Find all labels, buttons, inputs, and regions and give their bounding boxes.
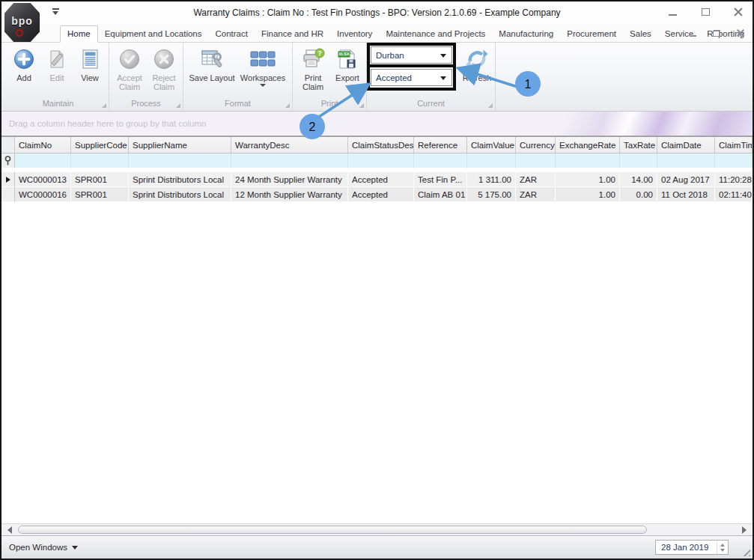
cell-currency[interactable]: ZAR <box>516 172 556 187</box>
export-button[interactable]: XLSX Export <box>330 45 365 82</box>
ribbon-toolbar: Add Edit View Maintain <box>1 43 753 112</box>
cell-claimdate[interactable]: 02 Aug 2017 <box>657 172 715 187</box>
scroll-right-icon[interactable] <box>742 526 747 534</box>
filter-cell[interactable] <box>516 153 556 168</box>
workspaces-button[interactable]: Workspaces <box>237 45 288 87</box>
maximize-button[interactable] <box>696 4 715 19</box>
cell-suppliername[interactable]: Sprint Distributors Local <box>129 172 231 187</box>
open-windows-button[interactable]: Open Windows <box>1 543 78 552</box>
date-spinner[interactable] <box>717 541 728 554</box>
cell-claimdate[interactable]: 11 Oct 2018 <box>657 187 715 202</box>
tab-contract[interactable]: Contract <box>208 26 254 42</box>
dialog-launcher-icon[interactable] <box>102 103 106 108</box>
date-editor[interactable]: 28 Jan 2019 <box>655 540 729 555</box>
tab-equipment-and-locations[interactable]: Equipment and Locations <box>98 26 209 42</box>
cell-claimtime[interactable]: 11:20:28 <box>715 172 753 187</box>
filter-cell[interactable] <box>414 153 467 168</box>
column-header-suppliercode[interactable]: SupplierCode <box>71 137 129 153</box>
add-button[interactable]: Add <box>7 45 40 82</box>
filter-cell[interactable] <box>467 153 516 168</box>
cell-currency[interactable]: ZAR <box>516 187 556 202</box>
ribbon-group-format: Save Layout Workspaces Format <box>183 43 293 111</box>
filter-cell[interactable] <box>715 153 753 168</box>
quick-access-customize-icon[interactable] <box>51 8 60 15</box>
dialog-launcher-icon[interactable] <box>488 103 493 108</box>
tab-procurement[interactable]: Procurement <box>560 26 623 42</box>
filter-cell[interactable] <box>15 153 71 168</box>
cell-reference[interactable]: Claim AB 01 <box>414 187 467 202</box>
cell-reference[interactable]: Test Fin P... <box>414 172 467 187</box>
cell-warrantydesc[interactable]: 12 Month Supplier Warranty <box>231 187 348 202</box>
spin-down-icon[interactable] <box>720 549 725 552</box>
column-header-currency[interactable]: Currency <box>516 137 556 153</box>
table-row[interactable]: WC0000016 SPR001 Sprint Distributors Loc… <box>1 187 753 202</box>
refresh-button[interactable]: Refresh <box>460 45 494 82</box>
cell-claimvalue[interactable]: 1 311.00 <box>467 172 516 187</box>
horizontal-scrollbar[interactable] <box>1 523 753 535</box>
scroll-left-icon[interactable] <box>7 526 12 534</box>
cell-claimstatusdesc[interactable]: Accepted <box>348 187 414 202</box>
cell-claimtime[interactable]: 02:11:40 <box>715 187 753 202</box>
cell-exchangerate[interactable]: 1.00 <box>556 187 620 202</box>
cell-warrantydesc[interactable]: 24 Month Supplier Warranty <box>231 172 348 187</box>
filter-cell[interactable] <box>129 153 231 168</box>
column-header-suppliername[interactable]: SupplierName <box>129 137 231 153</box>
scrollbar-thumb[interactable] <box>18 526 647 534</box>
open-windows-label: Open Windows <box>9 543 67 552</box>
decorative-swoosh <box>438 112 753 136</box>
cell-claimstatusdesc[interactable]: Accepted <box>348 172 414 187</box>
column-header-exchangerate[interactable]: ExchangeRate <box>556 137 620 153</box>
filter-cell[interactable] <box>620 153 657 168</box>
cell-suppliercode[interactable]: SPR001 <box>71 187 129 202</box>
dialog-launcher-icon[interactable] <box>359 103 364 108</box>
spin-up-icon[interactable] <box>720 544 725 547</box>
cell-suppliercode[interactable]: SPR001 <box>71 172 129 187</box>
cell-claimvalue[interactable]: 5 175.00 <box>467 187 516 202</box>
cell-claimno[interactable]: WC0000016 <box>15 187 71 202</box>
print-claim-button[interactable]: ? Print Claim <box>296 45 330 91</box>
document-minimize-button[interactable] <box>687 28 699 38</box>
cell-suppliername[interactable]: Sprint Distributors Local <box>129 187 231 202</box>
tab-finance-and-hr[interactable]: Finance and HR <box>255 26 330 42</box>
column-header-claimdate[interactable]: ClaimDate <box>657 137 715 153</box>
ribbon-group-print: ? Print Claim XLSX Export Print <box>293 43 367 111</box>
cell-taxrate[interactable]: 14.00 <box>620 172 657 187</box>
column-header-warrantydesc[interactable]: WarrantyDesc <box>231 137 348 153</box>
dialog-launcher-icon[interactable] <box>176 103 180 108</box>
filter-cell[interactable] <box>556 153 620 168</box>
tab-utilities[interactable]: Utilities <box>751 26 754 42</box>
filter-cell[interactable] <box>231 153 348 168</box>
close-button[interactable] <box>729 4 748 19</box>
resize-grip[interactable] <box>741 547 750 556</box>
tab-maintenance-and-projects[interactable]: Maintenance and Projects <box>379 26 492 42</box>
tab-home[interactable]: Home <box>60 25 98 43</box>
cell-claimno[interactable]: WC0000013 <box>15 172 71 187</box>
tab-manufacturing[interactable]: Manufacturing <box>492 26 560 42</box>
tab-sales[interactable]: Sales <box>623 26 658 42</box>
group-label-print: Print <box>321 99 338 108</box>
document-close-button[interactable] <box>735 28 747 38</box>
minimize-button[interactable] <box>663 4 682 19</box>
group-by-bar[interactable]: Drag a column header here to group by th… <box>1 112 753 136</box>
column-header-claimno[interactable]: ClaimNo <box>15 137 71 153</box>
column-header-taxrate[interactable]: TaxRate <box>620 137 657 153</box>
filter-cell[interactable] <box>657 153 715 168</box>
tab-inventory[interactable]: Inventory <box>330 26 379 42</box>
filter-cell[interactable] <box>71 153 129 168</box>
status-filter-combobox[interactable]: Accepted <box>371 69 452 86</box>
column-header-claimstatusdesc[interactable]: ClaimStatusDesc <box>348 137 414 153</box>
app-logo[interactable]: bpo <box>4 3 40 42</box>
grid-header-row: ClaimNo SupplierCode SupplierName Warran… <box>1 136 753 153</box>
column-header-claimvalue[interactable]: ClaimValue <box>467 137 516 153</box>
column-header-reference[interactable]: Reference <box>414 137 467 153</box>
cell-taxrate[interactable]: 0.00 <box>620 187 657 202</box>
filter-cell[interactable] <box>348 153 414 168</box>
document-restore-button[interactable] <box>711 28 723 38</box>
column-header-claimtime[interactable]: ClaimTime <box>715 137 753 153</box>
table-row[interactable]: WC0000013 SPR001 Sprint Distributors Loc… <box>1 172 753 187</box>
site-filter-combobox[interactable]: Durban <box>371 46 452 64</box>
save-layout-button[interactable]: Save Layout <box>186 45 237 82</box>
dialog-launcher-icon[interactable] <box>285 103 290 108</box>
view-button[interactable]: View <box>73 45 106 82</box>
cell-exchangerate[interactable]: 1.00 <box>556 172 620 187</box>
